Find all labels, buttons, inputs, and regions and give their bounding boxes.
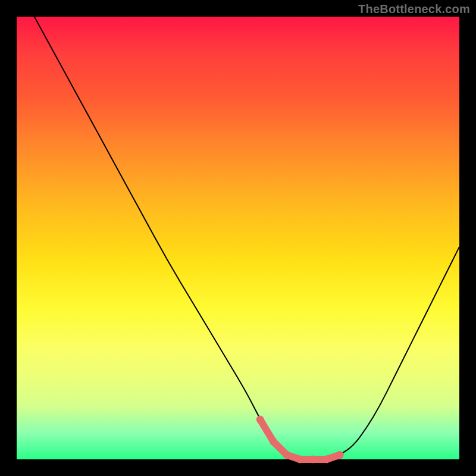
accent-dot [256, 416, 264, 424]
chart-svg [17, 17, 459, 459]
plot-area [17, 17, 459, 459]
accent-dot [309, 456, 317, 464]
bottleneck-curve [35, 17, 459, 459]
chart-frame: TheBottleneck.com [0, 0, 476, 476]
accent-dot [270, 438, 277, 446]
accent-dot [283, 451, 290, 459]
watermark-text: TheBottleneck.com [358, 2, 470, 16]
accent-dot [296, 456, 304, 464]
accent-dot [322, 456, 330, 464]
accent-dot [336, 451, 344, 459]
